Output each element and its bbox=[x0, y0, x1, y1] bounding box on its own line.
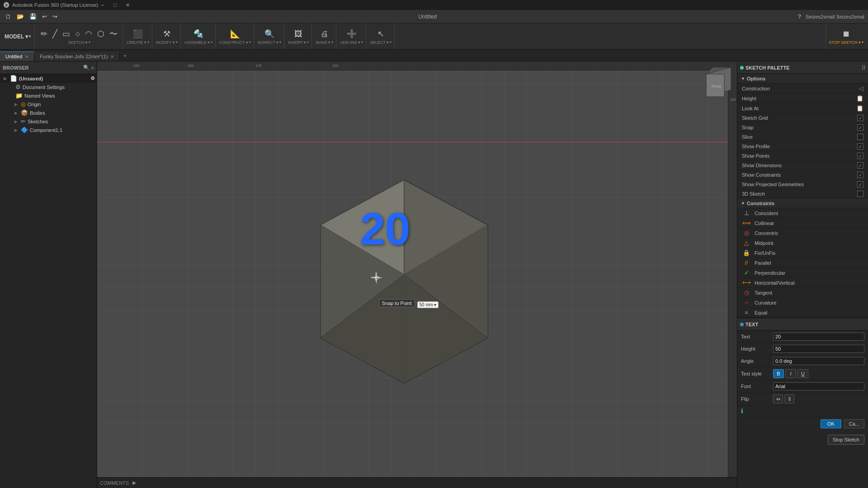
curvature-item[interactable]: ~ Curvature bbox=[737, 298, 868, 308]
create-label[interactable]: CREATE ▾ bbox=[127, 40, 149, 45]
construction-icon[interactable]: ◁ bbox=[859, 85, 863, 92]
look-at-icon[interactable]: 📋 bbox=[856, 105, 863, 112]
tab-untitled[interactable]: Untitled ✕ bbox=[0, 52, 34, 61]
show-points-check[interactable]: ✓ bbox=[857, 153, 863, 159]
viewport[interactable]: 250 200 175 100 100 bbox=[97, 61, 737, 488]
make-button[interactable]: 🖨 bbox=[318, 28, 331, 39]
browser-item-sketches[interactable]: ▶ ✏ Sketches bbox=[0, 117, 97, 126]
spline-button[interactable]: 〜 bbox=[107, 28, 120, 39]
new-tab-button[interactable]: + bbox=[120, 51, 130, 61]
view-cube[interactable]: Front bbox=[697, 65, 733, 101]
options-section-header[interactable]: ▼ Options bbox=[737, 74, 868, 84]
model-dropdown[interactable]: MODEL ▾ bbox=[2, 23, 35, 49]
browser-root-settings[interactable]: ⚙ bbox=[90, 75, 95, 81]
minimize-button[interactable]: ─ bbox=[98, 2, 107, 8]
browser-search-button[interactable]: 🔍 bbox=[83, 65, 90, 70]
line-button[interactable]: ╱ bbox=[50, 28, 60, 39]
make-label[interactable]: MAKE ▾ bbox=[316, 40, 333, 45]
fix-unfix-item[interactable]: 🔒 Fix/UnFix bbox=[737, 248, 868, 258]
slice-check[interactable] bbox=[857, 134, 863, 140]
modify-button[interactable]: ⚒ bbox=[161, 28, 173, 39]
underline-button[interactable]: U bbox=[797, 369, 808, 378]
inspect-button[interactable]: 🔍 bbox=[262, 28, 277, 39]
redo-button[interactable]: ↪ bbox=[51, 12, 59, 21]
text-field-input[interactable] bbox=[773, 333, 864, 341]
select-label[interactable]: SELECT ▾ bbox=[370, 40, 392, 45]
undo-button[interactable]: ↩ bbox=[40, 12, 49, 21]
snap-dimension-dropdown[interactable]: ▾ bbox=[434, 302, 436, 307]
tab-funky-close[interactable]: ✕ bbox=[110, 54, 114, 59]
3d-sketch-check[interactable] bbox=[857, 191, 863, 197]
new-button[interactable]: 🗋 bbox=[4, 12, 13, 21]
collinear-item[interactable]: ⟺ Collinear bbox=[737, 218, 868, 228]
sketch-palette-expand[interactable]: ⟩⟩ bbox=[862, 65, 865, 70]
select-button[interactable]: ↖ bbox=[375, 28, 387, 39]
close-button[interactable]: ✕ bbox=[123, 2, 132, 8]
inspect-section: 🔍 INSPECT ▾ bbox=[255, 23, 284, 49]
assemble-label[interactable]: ASSEMBLE ▾ bbox=[184, 40, 212, 45]
sketch-button[interactable]: ✏ bbox=[38, 28, 50, 39]
cancel-button[interactable]: Ca... bbox=[844, 419, 864, 428]
show-profile-check[interactable]: ✓ bbox=[857, 143, 863, 150]
polygon-button[interactable]: ⬡ bbox=[95, 28, 107, 39]
constraints-section-header[interactable]: ▼ Constraints bbox=[737, 199, 868, 208]
coincident-item[interactable]: ⊥ Coincident bbox=[737, 208, 868, 218]
browser-item-named-views[interactable]: 📁 Named Views bbox=[0, 91, 97, 100]
arc-button[interactable]: ◠ bbox=[83, 28, 94, 39]
assemble-button[interactable]: 🔩 bbox=[191, 28, 206, 39]
open-button[interactable]: 📂 bbox=[15, 12, 26, 21]
perpendicular-item[interactable]: ✓ Perpendicular bbox=[737, 268, 868, 278]
stop-sketch-toolbar-button[interactable]: ⏹ bbox=[840, 28, 853, 39]
italic-button[interactable]: I bbox=[785, 369, 796, 378]
midpoint-item[interactable]: △ Midpoint bbox=[737, 238, 868, 248]
concentric-item[interactable]: ◎ Concentric bbox=[737, 228, 868, 238]
model-label[interactable]: MODEL ▾ bbox=[5, 33, 31, 40]
browser-settings-button[interactable]: ≡ bbox=[91, 65, 94, 70]
construct-button[interactable]: 📐 bbox=[228, 28, 242, 39]
maximize-button[interactable]: □ bbox=[111, 2, 119, 8]
construct-label[interactable]: CONSTRUCT ▾ bbox=[219, 40, 251, 45]
browser-item-root[interactable]: ▶ 📄 (Unsaved) ⚙ bbox=[0, 74, 97, 83]
browser-item-origin[interactable]: ▶ ◎ Origin bbox=[0, 100, 97, 108]
browser-item-doc-settings[interactable]: ⚙ Document Settings bbox=[0, 83, 97, 91]
help-button[interactable]: ? bbox=[796, 12, 803, 21]
sketch-label[interactable]: SKETCH ▾ bbox=[68, 40, 90, 45]
insert-button[interactable]: 🖼 bbox=[292, 28, 305, 39]
height-icon[interactable]: 📋 bbox=[856, 95, 863, 102]
show-proj-geom-check[interactable]: ✓ bbox=[857, 181, 863, 188]
create-button[interactable]: ⬛ bbox=[131, 28, 145, 39]
tangent-item[interactable]: ◷ Tangent bbox=[737, 288, 868, 298]
show-constraints-check[interactable]: ✓ bbox=[857, 172, 863, 178]
save-button[interactable]: 💾 bbox=[28, 12, 38, 21]
font-field-input[interactable] bbox=[773, 382, 864, 390]
bold-button[interactable]: B bbox=[773, 369, 784, 378]
angle-field-input[interactable] bbox=[773, 357, 864, 365]
stop-sketch-panel-button[interactable]: Stop Sketch bbox=[828, 435, 864, 445]
titlebar: 🅐 Autodesk Fusion 360 (Startup License) … bbox=[0, 0, 868, 10]
modify-label[interactable]: MODIFY ▾ bbox=[156, 40, 178, 45]
browser-item-component[interactable]: ▶ 🔷 Component1:1 bbox=[0, 126, 97, 134]
inspect-label[interactable]: INSPECT ▾ bbox=[258, 40, 281, 45]
browser-item-bodies[interactable]: ▶ 📦 Bodies bbox=[0, 108, 97, 117]
tab-funky[interactable]: Funky Snocker-Jofo 22mm^(1) ✕ bbox=[34, 52, 120, 61]
height-field-input[interactable] bbox=[773, 345, 864, 353]
horizontal-vertical-item[interactable]: ⟷ Horizontal/Vertical bbox=[737, 278, 868, 288]
addins-button[interactable]: ➕ bbox=[344, 28, 359, 39]
stop-sketch-toolbar-label[interactable]: STOP SKETCH ▾ bbox=[829, 40, 863, 45]
insert-label[interactable]: INSERT ▾ bbox=[288, 40, 309, 45]
snap-check[interactable]: ✓ bbox=[857, 124, 863, 131]
parallel-item[interactable]: // Parallel bbox=[737, 258, 868, 268]
addins-label[interactable]: ADD-INS ▾ bbox=[340, 40, 363, 45]
comments-expand[interactable]: ▶ bbox=[132, 480, 136, 486]
fix-unfix-icon: 🔒 bbox=[742, 249, 751, 256]
rectangle-button[interactable]: ▭ bbox=[60, 28, 72, 39]
sketch-grid-check[interactable]: ✓ bbox=[857, 115, 863, 121]
circle-button[interactable]: ○ bbox=[73, 28, 82, 39]
equal-item[interactable]: = Equal bbox=[737, 308, 868, 318]
flip-vertical-button[interactable]: ⇕ bbox=[784, 394, 794, 404]
flip-horizontal-button[interactable]: ⇔ bbox=[773, 394, 783, 404]
ok-button[interactable]: OK bbox=[821, 419, 841, 428]
info-icon[interactable]: ℹ bbox=[741, 408, 743, 414]
tab-untitled-close[interactable]: ✕ bbox=[25, 54, 28, 59]
show-dimensions-check[interactable]: ✓ bbox=[857, 162, 863, 169]
